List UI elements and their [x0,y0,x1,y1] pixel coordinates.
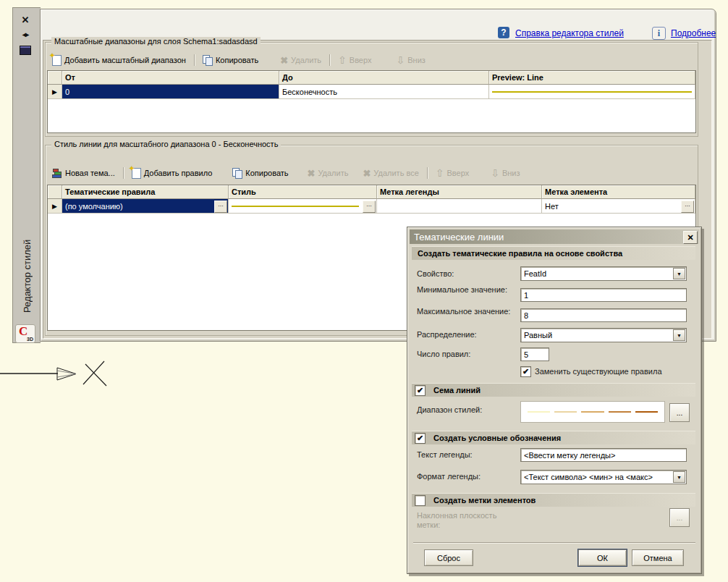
from-cell[interactable]: 0 [62,85,279,99]
rules-count-input[interactable]: 5 [520,347,549,361]
scale-ranges-table: От До Preview: Line ▶ 0 Бесконечность [47,70,696,133]
ok-button[interactable]: ОК [578,549,627,566]
col-feature-label[interactable]: Метка элемента [542,185,695,199]
rule-up-button: ⇧ Вверх [431,168,473,178]
rule-ellipsis-button[interactable]: ... [214,201,227,213]
scale-ranges-toolbar: ✦ Добавить масштабный диапазон Копироват… [48,52,694,68]
legend-format-dropdown[interactable]: <Текст символа> <мин> на <макс> ▼ [520,470,687,484]
line-theme-checkbox[interactable]: ✔ [415,385,426,396]
down-icon: ⇩ [396,55,405,65]
legend-section-header: ✔ Создать условные обозначения [412,431,695,444]
feature-label-ellipsis-button[interactable]: ... [681,201,694,213]
screen: ✕ ◂▸ Редактор стилей C 3D ? Справка реда… [0,0,728,582]
new-theme-button[interactable]: Новая тема... [48,169,119,178]
feature-labels-section-header: Создать метки элементов [412,493,695,507]
copy-rule-button[interactable]: Копировать [228,168,292,178]
line-style-toolbar: Новая тема... ✦ Добавить правило Копиров… [48,165,694,181]
move-up-button: ⇧ Вверх [334,55,376,65]
legend-format-label: Формат легенды: [417,472,517,481]
legend-checkbox[interactable]: ✔ [415,433,426,444]
dialog-titlebar[interactable]: Тематические линии ✕ [410,229,699,244]
feature-labels-checkbox[interactable] [415,495,426,506]
chevron-down-icon[interactable]: ▼ [673,268,685,279]
replace-rules-checkbox[interactable]: ✔ [520,366,531,377]
col-from[interactable]: От [62,71,279,85]
add-scale-range-button[interactable]: ✦ Добавить масштабный диапазон [48,55,190,66]
legend-text-input[interactable]: <Ввести метку легенды> [520,448,687,462]
palette-title: Редактор стилей [13,216,41,336]
line-style-title: Стиль линии для масштабного диапазона 0 … [51,140,281,148]
close-icon[interactable]: ✕ [683,231,698,244]
style-ellipsis-button[interactable]: ... [363,201,376,213]
add-icon: ✦ [132,168,141,179]
ramp-swatch [554,411,577,413]
style-range-label: Диапазон стилей: [417,405,517,415]
close-icon[interactable]: ✕ [17,14,33,26]
label-plane-ellipsis-button: ... [669,508,690,527]
help-icon[interactable]: ? [498,27,509,38]
col-to[interactable]: До [279,71,489,85]
distribution-label: Распределение: [417,330,517,340]
chevron-down-icon[interactable]: ▼ [673,329,685,341]
style-editor-help-link[interactable]: Справка редактора стилей [515,28,624,38]
c3d-logo-icon: C 3D [15,324,35,343]
dialog-title: Тематические линии [414,232,504,242]
min-value-input[interactable]: 1 [520,288,687,302]
scale-range-row[interactable]: ▶ 0 Бесконечность [48,85,695,99]
add-icon: ✦ [52,55,62,66]
to-cell[interactable]: Бесконечность [279,85,489,99]
check-icon: ✔ [417,434,423,442]
thematic-lines-dialog: Тематические линии ✕ Создать тематически… [407,227,702,574]
label-plane-label: Наклонная плоскость метки: [417,511,517,530]
auto-hide-icon[interactable]: ◂▸ [17,28,33,41]
delete-scale-range-button: ✖ Удалить [276,55,326,66]
scale-ranges-table-header: От До Preview: Line [48,71,695,85]
rules-count-label: Число правил: [417,350,517,359]
toolbar-separator [427,167,428,179]
cancel-button[interactable]: Отмена [632,549,684,566]
x-marker-icon [83,361,106,386]
delete-rule-button: ✖ Удалить [303,168,353,179]
preview-cell[interactable] [489,85,695,99]
property-dropdown[interactable]: FeatId ▼ [520,266,687,281]
copy-scale-range-button[interactable]: Копировать [198,55,263,65]
delete-all-icon: ✖ [363,168,371,179]
delete-all-rules-button: ✖ Удалить все [358,168,423,179]
chevron-down-icon[interactable]: ▼ [673,471,685,483]
ramp-swatch [528,411,550,413]
dialog-header: Создать тематические правила на основе с… [412,246,695,260]
rule-row[interactable]: ▶ (по умолчанию) ... ... Нет ... [48,199,695,214]
legend-text-label: Текст легенды: [417,450,517,460]
min-value-label: Минимальное значение: [417,285,517,295]
max-value-input[interactable]: 8 [520,308,687,322]
col-style[interactable]: Стиль [229,185,377,199]
up-icon: ⇧ [338,55,347,65]
add-rule-button[interactable]: ✦ Добавить правило [127,168,217,179]
max-value-label: Максимальное значение: [417,307,517,316]
more-details-link[interactable]: Подробнее [671,28,716,38]
copy-icon [203,55,213,65]
row-selector-icon: ▶ [48,85,62,99]
legend-label-cell[interactable] [377,199,542,214]
info-icon[interactable]: i [652,27,666,40]
feature-label-cell[interactable]: Нет ... [542,199,695,214]
line-preview [492,91,692,93]
style-cell[interactable]: ... [229,199,377,214]
move-down-button: ⇩ Вниз [391,55,429,65]
toolbar-separator [123,167,124,179]
delete-icon: ✖ [308,168,316,179]
up-icon: ⇧ [436,168,444,178]
col-rules[interactable]: Тематические правила [62,185,229,199]
style-range-ellipsis-button[interactable]: ... [669,403,690,422]
col-preview[interactable]: Preview: Line [489,71,695,85]
arrowhead-icon [57,368,76,380]
rule-cell[interactable]: (по умолчанию) ... [62,199,229,214]
properties-icon[interactable] [17,44,33,56]
theme-icon [52,169,62,178]
col-legend-label[interactable]: Метка легенды [377,185,542,199]
toolbar-separator [194,54,195,66]
reset-button[interactable]: Сброс [424,549,473,566]
ramp-swatch [635,411,658,413]
distribution-dropdown[interactable]: Равный ▼ [520,328,687,342]
delete-icon: ✖ [280,55,288,66]
